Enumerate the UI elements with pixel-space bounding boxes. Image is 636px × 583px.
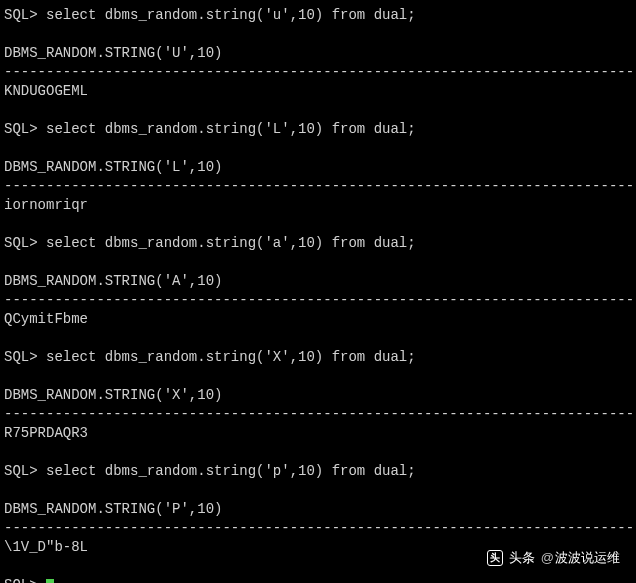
result-header: DBMS_RANDOM.STRING('P',10) xyxy=(4,500,632,519)
divider-line: ----------------------------------------… xyxy=(4,63,632,82)
blank-line xyxy=(4,329,632,348)
blank-line xyxy=(4,367,632,386)
result-value: KNDUGOGEML xyxy=(4,82,632,101)
result-value: R75PRDAQR3 xyxy=(4,424,632,443)
terminal-output: SQL> select dbms_random.string('u',10) f… xyxy=(4,6,632,583)
blank-line xyxy=(4,443,632,462)
divider-line: ----------------------------------------… xyxy=(4,519,632,538)
divider-line: ----------------------------------------… xyxy=(4,177,632,196)
result-header: DBMS_RANDOM.STRING('L',10) xyxy=(4,158,632,177)
sql-query-line: SQL> select dbms_random.string('a',10) f… xyxy=(4,234,632,253)
blank-line xyxy=(4,101,632,120)
footer-at: @ xyxy=(541,550,554,565)
result-header: DBMS_RANDOM.STRING('U',10) xyxy=(4,44,632,63)
toutiao-icon: 头 xyxy=(487,550,503,566)
divider-line: ----------------------------------------… xyxy=(4,405,632,424)
result-value: QCymitFbme xyxy=(4,310,632,329)
footer-user: 波波说运维 xyxy=(555,550,620,565)
blank-line xyxy=(4,25,632,44)
sql-query-line: SQL> select dbms_random.string('X',10) f… xyxy=(4,348,632,367)
sql-query-line: SQL> select dbms_random.string('p',10) f… xyxy=(4,462,632,481)
footer-label: 头条 xyxy=(509,549,535,567)
cursor-block xyxy=(46,579,54,583)
sql-prompt-active[interactable]: SQL> xyxy=(4,576,632,583)
result-header: DBMS_RANDOM.STRING('A',10) xyxy=(4,272,632,291)
sql-query-line: SQL> select dbms_random.string('u',10) f… xyxy=(4,6,632,25)
blank-line xyxy=(4,139,632,158)
blank-line xyxy=(4,253,632,272)
result-header: DBMS_RANDOM.STRING('X',10) xyxy=(4,386,632,405)
sql-query-line: SQL> select dbms_random.string('L',10) f… xyxy=(4,120,632,139)
watermark-footer: 头 头条 @波波说运维 xyxy=(487,549,620,567)
result-value: iornomriqr xyxy=(4,196,632,215)
blank-line xyxy=(4,481,632,500)
blank-line xyxy=(4,215,632,234)
divider-line: ----------------------------------------… xyxy=(4,291,632,310)
